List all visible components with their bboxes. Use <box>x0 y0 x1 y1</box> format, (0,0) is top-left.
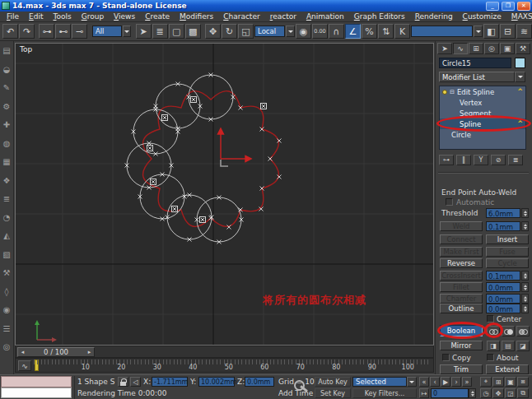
select-by-name-icon[interactable]: ≣ <box>152 24 168 39</box>
restore-button[interactable]: ❐ <box>502 2 515 11</box>
menu-maxscript[interactable]: MAXScript <box>506 12 532 21</box>
selected-filter-dropdown[interactable]: Selected <box>352 377 407 387</box>
left-toolbar-icon[interactable]: ≣ <box>1 193 12 205</box>
selected-filter-arrow-icon[interactable] <box>407 377 417 387</box>
left-toolbar-icon[interactable]: ◔ <box>1 212 12 224</box>
align-icon[interactable]: ⊟ <box>500 24 516 39</box>
auto-key-button[interactable]: Auto Key <box>315 377 351 387</box>
mirror-both-icon[interactable]: ◪ <box>516 341 530 351</box>
current-frame-field[interactable]: 0 <box>431 388 469 398</box>
boolean-subtraction-icon[interactable] <box>502 326 515 336</box>
collapse-icon[interactable]: ⊟ <box>450 89 455 95</box>
time-slider-right-arrow-icon[interactable]: ▸ <box>85 349 94 355</box>
tab-utilities-icon[interactable]: ⚒ <box>516 43 530 54</box>
zoom-extents-icon[interactable]: ▣ <box>505 377 516 387</box>
left-toolbar-icon[interactable]: ◉ <box>1 304 12 316</box>
left-toolbar-icon[interactable]: ⚒ <box>1 267 12 279</box>
time-slider-handle[interactable]: ◂ 0 / 100 ▸ <box>17 347 95 357</box>
time-slider[interactable]: ◂ 0 / 100 ▸ <box>15 346 434 358</box>
reference-coordinate-arrow-icon[interactable] <box>286 26 295 37</box>
min-max-toggle-icon[interactable]: ⧉ <box>517 388 529 398</box>
undo-icon[interactable]: ↶ <box>2 24 18 39</box>
viewport-label[interactable]: Top <box>20 45 32 53</box>
chamfer-spinner[interactable] <box>521 294 529 304</box>
angle-snap-icon[interactable]: ∠ <box>345 24 361 39</box>
minimize-button[interactable]: _ <box>486 2 499 11</box>
pin-stack-icon[interactable]: ⊶ <box>439 155 454 165</box>
viewport-canvas[interactable] <box>16 44 433 345</box>
menu-graph-editors[interactable]: Graph Editors <box>349 12 410 21</box>
select-and-link-icon[interactable]: ⊶ <box>39 24 54 39</box>
select-object-icon[interactable]: ➤ <box>136 24 152 39</box>
left-toolbar-icon[interactable]: ▤ <box>1 45 12 57</box>
keyboard-override-icon[interactable]: K <box>394 24 410 39</box>
weld-button[interactable]: Weld <box>440 221 483 231</box>
object-color-swatch[interactable] <box>515 58 525 68</box>
weld-spinner[interactable] <box>521 221 529 231</box>
menu-views[interactable]: Views <box>109 12 140 21</box>
cycle-button[interactable]: Cycle <box>486 258 529 268</box>
boolean-intersection-icon[interactable] <box>516 326 530 336</box>
menu-file[interactable]: File <box>2 12 24 21</box>
mirror-vertical-icon[interactable]: ▤ <box>502 341 515 351</box>
modifier-list-arrow-icon[interactable] <box>515 72 525 82</box>
play-animation-icon[interactable]: ▶ <box>441 377 450 387</box>
threshold-field[interactable]: 6.0mm <box>486 208 520 218</box>
bind-to-spacewarp-icon[interactable]: ⊸ <box>72 24 87 39</box>
menu-edit[interactable]: Edit <box>24 12 48 21</box>
show-end-result-icon[interactable]: ‖ <box>456 155 471 165</box>
object-name-field[interactable]: Circle15 <box>439 58 511 68</box>
y-coordinate-field[interactable]: 10.002mm <box>198 377 235 387</box>
redo-icon[interactable]: ↷ <box>19 24 35 39</box>
left-toolbar-icon[interactable]: ☰ <box>1 323 12 335</box>
left-toolbar-icon[interactable]: ✎ <box>1 82 12 94</box>
copy-checkbox[interactable] <box>442 354 450 361</box>
left-toolbar-icon[interactable]: ◊ <box>1 286 12 298</box>
crossinsert-button[interactable]: CrossInsert <box>440 271 483 281</box>
stack-row-segment[interactable]: Segment <box>440 108 525 118</box>
previous-frame-icon[interactable]: ‹ <box>430 377 440 387</box>
menu-character[interactable]: Character <box>218 12 264 21</box>
outline-button[interactable]: Outline <box>440 304 483 313</box>
left-toolbar-icon[interactable]: ✚ <box>1 119 12 131</box>
menu-rendering[interactable]: Rendering <box>410 12 458 21</box>
close-button[interactable]: ✕ <box>517 2 530 11</box>
set-key-button[interactable]: Set Key <box>315 388 351 398</box>
stack-row-spline[interactable]: Spline ^ <box>440 118 525 129</box>
trim-button[interactable]: Trim <box>440 364 483 374</box>
zoom-extents-all-icon[interactable]: ⧈ <box>517 377 529 387</box>
automatic-checkbox[interactable] <box>446 198 453 206</box>
tab-hierarchy-icon[interactable]: ⊞ <box>469 43 483 54</box>
select-and-move-icon[interactable]: ✥ <box>205 24 221 39</box>
fillet-field[interactable]: 0.0mm <box>486 282 520 292</box>
make-first-button[interactable]: Make First <box>440 247 483 257</box>
rect-selection-region-icon[interactable]: ▢ <box>169 24 184 39</box>
tab-create-icon[interactable]: ➤ <box>437 43 452 54</box>
offset-mode-icon[interactable]: 0.00 <box>312 24 328 39</box>
menu-create[interactable]: Create <box>140 12 175 21</box>
fuse-button[interactable]: Fuse <box>486 247 529 257</box>
key-mode-toggle-icon[interactable]: ↦ <box>419 388 429 398</box>
maxscript-listener-white[interactable] <box>1 387 72 398</box>
left-toolbar-icon[interactable]: ▧ <box>1 249 12 261</box>
stack-row-edit-spline[interactable]: ⊟ Edit Spline ^ <box>440 86 525 97</box>
left-toolbar-icon[interactable]: ❖ <box>1 175 12 187</box>
outline-spinner[interactable] <box>521 304 529 313</box>
menu-animation[interactable]: Animation <box>301 12 349 21</box>
left-toolbar-icon[interactable]: ◍ <box>1 138 12 150</box>
left-toolbar-icon[interactable]: ⚙ <box>1 101 12 113</box>
top-viewport[interactable]: Top 将所有的圆布尔相减 <box>15 43 434 346</box>
frame-spinner[interactable] <box>469 388 476 398</box>
extend-button[interactable]: Extend <box>486 364 529 374</box>
go-to-start-icon[interactable]: « <box>419 377 429 387</box>
selection-filter-dropdown[interactable]: All <box>92 26 122 37</box>
spinner-snap-icon[interactable]: ⇅ <box>378 24 394 39</box>
select-and-rotate-icon[interactable]: ↻ <box>222 24 237 39</box>
about-pivot-checkbox[interactable] <box>487 354 494 361</box>
zoom-icon[interactable]: ⌖ <box>480 377 492 387</box>
make-unique-icon[interactable]: Y <box>474 155 488 165</box>
reverse-button[interactable]: Reverse <box>440 258 483 268</box>
x-coordinate-field[interactable]: -1.711mm <box>152 377 188 387</box>
curve-editor-icon[interactable]: ≋ <box>516 24 532 39</box>
tab-modify-icon[interactable]: ∿ <box>453 43 468 54</box>
